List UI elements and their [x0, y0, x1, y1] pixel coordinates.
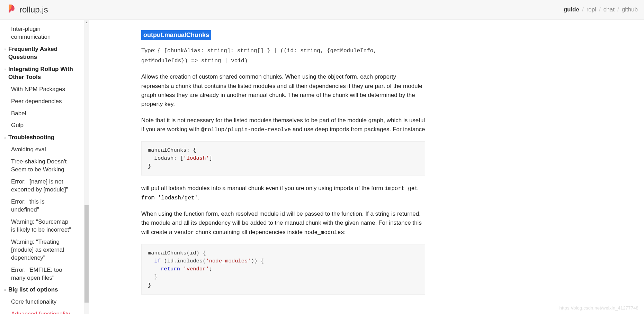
sidebar-item[interactable]: Error: "this is undefined" [0, 196, 80, 216]
chevron-right-icon: » [4, 45, 8, 52]
sidebar-item[interactable]: Advanced functionality [0, 308, 80, 314]
chevron-right-icon: » [4, 286, 8, 293]
sidebar-section[interactable]: »Big list of options [0, 284, 89, 296]
sidebar: Inter-plugin communication»Frequently As… [0, 20, 89, 314]
nav-sep: / [582, 6, 584, 13]
sidebar-item-label: Frequently Asked Questions [8, 45, 82, 61]
sidebar-section[interactable]: »Integrating Rollup With Other Tools [0, 63, 89, 83]
sidebar-item[interactable]: Avoiding eval [0, 144, 80, 156]
paragraph-intro: Allows the creation of custom shared com… [141, 72, 425, 109]
sidebar-item[interactable]: Error: "EMFILE: too many open files" [0, 264, 80, 284]
sidebar-section[interactable]: »Troubleshooting [0, 132, 89, 144]
main-content: output.manualChunks Type: { [chunkAlias:… [89, 20, 526, 314]
sidebar-item-label: Peer dependencies [11, 98, 62, 106]
paragraph-lodash-result: will put all lodash modules into a manua… [141, 184, 425, 203]
sidebar-item[interactable]: Warning: "Sourcemap is likely to be inco… [0, 216, 80, 236]
brand[interactable]: rollup.js [6, 4, 48, 15]
sidebar-item-label: With NPM Packages [11, 86, 65, 93]
sidebar-item-label: Tree-shaking Doesn't Seem to be Working [11, 158, 73, 174]
sidebar-item[interactable]: Babel [0, 108, 80, 120]
chevron-right-icon: » [4, 134, 8, 140]
type-label: Type: [141, 47, 157, 54]
nav-chat[interactable]: chat [603, 6, 615, 13]
code-block-object-form: manualChunks: { lodash: ['lodash'] } [141, 141, 425, 176]
paragraph-note: Note that it is not necessary for the li… [141, 116, 425, 134]
sidebar-item-label: Advanced functionality [11, 310, 70, 314]
sidebar-item-label: Troubleshooting [8, 134, 54, 142]
code-plugin-name: @rollup/plugin-node-resolve [201, 127, 291, 133]
sidebar-item-label: Integrating Rollup With Other Tools [8, 65, 82, 81]
sidebar-item-label: Gulp [11, 122, 24, 129]
code-block-function-form: manualChunks(id) { if (id.includes('node… [141, 244, 425, 295]
nav-github[interactable]: github [622, 6, 638, 13]
code-node-modules: node_modules [304, 230, 344, 236]
scroll-up-icon[interactable]: ▴ [84, 20, 89, 25]
code-vendor: vendor [174, 230, 194, 236]
sidebar-item-label: Avoiding eval [11, 146, 46, 154]
sidebar-item[interactable]: Core functionality [0, 296, 80, 308]
chevron-right-icon: » [4, 65, 8, 72]
sidebar-item-label: Babel [11, 110, 26, 118]
sidebar-item-label: Error: "[name] is not exported by [modul… [11, 178, 73, 194]
sidebar-item-label: Error: "this is undefined" [11, 198, 73, 214]
sidebar-section[interactable]: »Frequently Asked Questions [0, 43, 89, 63]
header: rollup.js guide / repl / chat / github [0, 0, 644, 20]
sidebar-item[interactable]: Tree-shaking Doesn't Seem to be Working [0, 156, 80, 176]
sidebar-item-label: Warning: "Sourcemap is likely to be inco… [11, 218, 73, 234]
sidebar-item[interactable]: Inter-plugin communication [0, 23, 80, 43]
sidebar-item-label: Inter-plugin communication [11, 25, 73, 41]
brand-name: rollup.js [19, 5, 48, 15]
sidebar-item-label: Error: "EMFILE: too many open files" [11, 266, 73, 282]
sidebar-item[interactable]: Error: "[name] is not exported by [modul… [0, 176, 80, 196]
scrollbar-thumb[interactable] [84, 205, 89, 303]
sidebar-item[interactable]: Warning: "Treating [module] as external … [0, 236, 80, 264]
sidebar-item[interactable]: With NPM Packages [0, 83, 80, 96]
sidebar-item[interactable]: Peer dependencies [0, 96, 80, 108]
nav-repl[interactable]: repl [587, 6, 596, 13]
option-title: output.manualChunks [141, 30, 211, 40]
sidebar-item[interactable]: Gulp [0, 119, 80, 132]
rollup-logo-icon [6, 4, 16, 15]
nav-sep: / [617, 6, 619, 13]
paragraph-function-form: When using the function form, each resol… [141, 209, 425, 237]
scrollbar-track: ▴ ▾ [84, 20, 89, 314]
nav-sep: / [599, 6, 601, 13]
header-nav: guide / repl / chat / github [564, 6, 638, 13]
nav-guide[interactable]: guide [564, 6, 579, 13]
sidebar-item-label: Big list of options [8, 286, 58, 294]
type-signature: Type: { [chunkAlias: string]: string[] }… [141, 46, 425, 65]
type-code: { [chunkAlias: string]: string[] } | ((i… [141, 48, 377, 64]
sidebar-item-label: Core functionality [11, 298, 56, 306]
sidebar-item-label: Warning: "Treating [module] as external … [11, 238, 73, 262]
